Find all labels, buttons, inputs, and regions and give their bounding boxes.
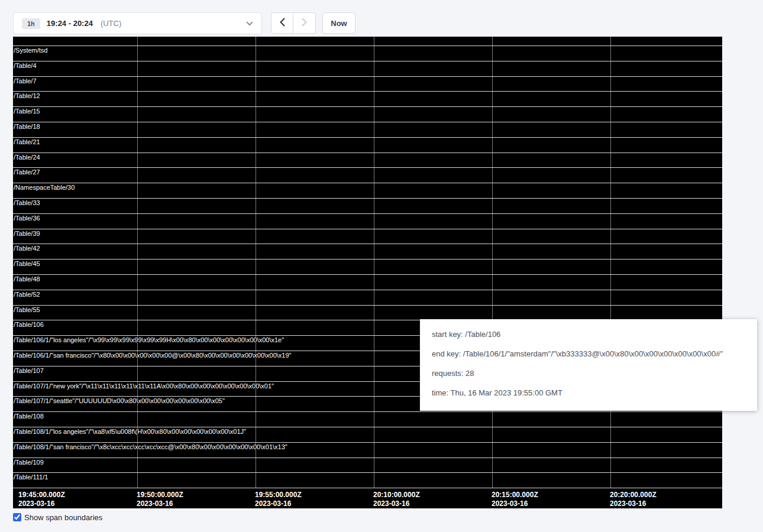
span-row-label: /Table/106/1/"los angeles"/"\x99\x99\x99…: [14, 336, 284, 343]
span-row[interactable]: /Table/108/1/"san francisco"/"\x8c\xcc\x…: [13, 442, 722, 458]
span-row[interactable]: /Table/109: [13, 458, 722, 473]
span-row-label: /Table/24: [14, 154, 40, 161]
x-axis-tick: 20:20:00.000Z2023-03-16: [610, 491, 657, 508]
span-row-label: /Table/15: [14, 108, 40, 115]
span-row[interactable]: /Table/45: [13, 259, 722, 274]
span-tooltip: start key: /Table/106 end key: /Table/10…: [420, 319, 757, 411]
timezone-label: (UTC): [101, 19, 121, 28]
span-row-label: /Table/108/1/"los angeles"/"\xa8\xf5\u00…: [14, 428, 246, 435]
chevron-right-icon: [302, 18, 308, 29]
span-row-label: /Table/106: [14, 321, 44, 328]
footer: Show span boundaries: [13, 512, 102, 523]
show-span-boundaries-checkbox[interactable]: [13, 513, 21, 521]
tooltip-start-key: start key: /Table/106: [432, 330, 745, 339]
span-row-label: /Table/36: [14, 215, 40, 222]
span-row[interactable]: /Table/108: [13, 411, 722, 427]
x-axis-tick: 19:50:00.000Z2023-03-16: [137, 491, 183, 508]
now-button[interactable]: Now: [322, 12, 355, 34]
span-rows: /System/tsd/Table/4/Table/7/Table/12/Tab…: [13, 46, 722, 488]
span-row[interactable]: /Table/7: [13, 76, 722, 92]
span-row-label: /Table/42: [14, 245, 40, 252]
x-axis: 19:45:00.000Z2023-03-1619:50:00.000Z2023…: [13, 491, 722, 508]
span-row-label: /Table/108: [14, 413, 44, 420]
span-row-label: /Table/18: [14, 123, 40, 130]
toolbar: 1h 19:24 - 20:24 (UTC) Now: [13, 12, 355, 34]
span-row-label: /Table/39: [14, 230, 40, 237]
span-row-label: /Table/111/1: [14, 473, 48, 481]
span-row-label: /Table/4: [14, 62, 37, 69]
chevron-left-icon: [279, 18, 285, 29]
span-row-label: /Table/7: [14, 77, 37, 85]
span-row[interactable]: /Table/48: [13, 274, 722, 290]
span-row[interactable]: /Table/52: [13, 290, 722, 305]
span-row-label: /Table/45: [14, 260, 40, 267]
time-forward-button[interactable]: [293, 12, 316, 34]
span-row[interactable]: /Table/18: [13, 122, 722, 137]
span-row[interactable]: /Table/55: [13, 305, 722, 320]
span-row-label: /Table/33: [14, 199, 40, 206]
span-row-label: /NamespaceTable/30: [14, 184, 75, 191]
span-row[interactable]: /Table/33: [13, 198, 722, 213]
span-row-label: /Table/21: [14, 138, 40, 145]
span-row[interactable]: /Table/27: [13, 167, 722, 183]
span-row-label: /System/tsd: [14, 47, 47, 54]
span-row[interactable]: /Table/21: [13, 137, 722, 153]
key-visualizer-canvas[interactable]: /System/tsd/Table/4/Table/7/Table/12/Tab…: [13, 37, 722, 508]
span-row-label: /Table/48: [14, 275, 40, 283]
tooltip-end-key: end key: /Table/106/1/"amsterdam"/"\xb33…: [432, 349, 745, 359]
span-row-label: /Table/109: [14, 459, 44, 466]
span-row[interactable]: /Table/111/1: [13, 472, 722, 488]
show-span-boundaries-label: Show span boundaries: [24, 512, 102, 523]
time-nav-group: [271, 12, 316, 34]
span-row[interactable]: /Table/108/1/"los angeles"/"\xa8\xf5\u00…: [13, 427, 722, 442]
span-row-label: /Table/107/1/"seattle"/"UUUUUUD\x00\x80\…: [14, 397, 225, 404]
span-row-label: /Table/107: [14, 367, 44, 374]
span-row-label: /Table/12: [14, 92, 40, 99]
span-row[interactable]: /Table/39: [13, 229, 722, 244]
span-row[interactable]: /System/tsd: [13, 46, 722, 61]
span-row[interactable]: /Table/15: [13, 106, 722, 122]
x-axis-tick: 19:45:00.000Z2023-03-16: [18, 491, 65, 508]
chevron-down-icon: [246, 21, 253, 26]
span-row-label: /Table/55: [14, 306, 40, 313]
span-row-label: /Table/52: [14, 291, 40, 298]
tooltip-time: time: Thu, 16 Mar 2023 19:55:00 GMT: [432, 388, 745, 398]
x-axis-tick: 19:55:00.000Z2023-03-16: [255, 491, 302, 508]
span-row[interactable]: /NamespaceTable/30: [13, 183, 722, 198]
span-row-label: /Table/27: [14, 168, 40, 176]
time-back-button[interactable]: [271, 12, 293, 34]
x-axis-tick: 20:15:00.000Z2023-03-16: [492, 491, 538, 508]
time-preset-badge: 1h: [22, 18, 40, 29]
span-row[interactable]: /Table/36: [13, 213, 722, 229]
tooltip-requests: requests: 28: [432, 369, 745, 378]
time-range-label: 19:24 - 20:24: [47, 19, 93, 28]
span-row[interactable]: /Table/24: [13, 153, 722, 168]
span-row-label: /Table/106/1/"san francisco"/"\x80\x00\x…: [14, 352, 292, 359]
span-row[interactable]: /Table/42: [13, 244, 722, 259]
x-axis-tick: 20:10:00.000Z2023-03-16: [373, 491, 420, 508]
span-row-label: /Table/108/1/"san francisco"/"\x8c\xcc\x…: [14, 443, 287, 450]
span-row-label: /Table/107/1/"new york"/"\x11\x11\x11\x1…: [14, 382, 274, 390]
time-range-selector[interactable]: 1h 19:24 - 20:24 (UTC): [13, 12, 262, 34]
span-row[interactable]: /Table/12: [13, 91, 722, 106]
span-row[interactable]: /Table/4: [13, 61, 722, 76]
